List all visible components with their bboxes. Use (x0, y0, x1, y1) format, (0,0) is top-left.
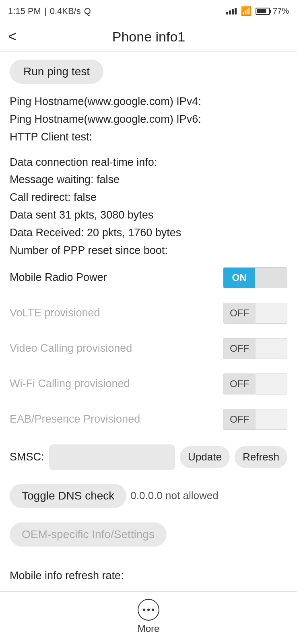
data-sent-row: Data sent 31 pkts, 3080 bytes (10, 207, 287, 224)
run-ping-button[interactable]: Run ping test (10, 60, 103, 84)
mobile-radio-off-side (255, 268, 287, 288)
smsc-label: SMSC: (10, 451, 44, 463)
mobile-radio-on-state[interactable]: ON (223, 268, 255, 288)
wifi-calling-off-state[interactable]: OFF (223, 374, 256, 394)
smsc-row: SMSC: Update Refresh (10, 437, 287, 477)
video-calling-empty (256, 339, 287, 359)
eab-off-state[interactable]: OFF (223, 409, 256, 429)
ppp-reset-row: Number of PPP reset since boot: (10, 242, 287, 259)
bottom-nav: More (0, 591, 297, 644)
divider-1 (10, 150, 287, 150)
mobile-radio-label: Mobile Radio Power (10, 271, 107, 284)
back-button[interactable]: < (8, 28, 16, 45)
battery-percent: 77% (273, 6, 289, 16)
wifi-calling-toggle[interactable]: OFF (223, 374, 287, 394)
status-left: 1:15 PM | 0.4KB/s Q (8, 6, 91, 17)
mobile-radio-toggle[interactable]: ON (223, 267, 287, 288)
toggle-dns-button[interactable]: Toggle DNS check (10, 484, 126, 508)
data-connection-row: Data connection real-time info: (10, 154, 287, 171)
smsc-input[interactable] (49, 444, 175, 470)
content-area: Run ping test Ping Hostname(www.google.c… (0, 52, 297, 563)
oem-row: OEM-specific Info/Settings (10, 514, 287, 555)
eab-empty (256, 409, 287, 429)
oem-button[interactable]: OEM-specific Info/Settings (10, 522, 167, 547)
eab-toggle-row: EAB/Presence Provisioned OFF (10, 402, 287, 437)
video-calling-off-state[interactable]: OFF (223, 339, 256, 359)
smsc-refresh-button[interactable]: Refresh (235, 446, 287, 468)
video-calling-toggle[interactable]: OFF (223, 338, 287, 359)
signal-icon (226, 8, 237, 14)
volte-toggle[interactable]: OFF (223, 303, 287, 324)
call-redirect-row: Call redirect: false (10, 189, 287, 206)
speed: 0.4KB/s (50, 6, 81, 17)
video-calling-label: Video Calling provisioned (10, 342, 132, 355)
mobile-radio-toggle-row: Mobile Radio Power ON (10, 260, 287, 295)
dns-note: 0.0.0.0 not allowed (130, 489, 218, 502)
bottom-section: Mobile info refresh rate: (0, 563, 297, 582)
volte-label: VoLTE provisioned (10, 307, 100, 319)
data-received-row: Data Received: 20 pkts, 1760 bytes (10, 225, 287, 242)
battery-icon: 77% (256, 6, 289, 16)
wifi-calling-label: Wi-Fi Calling provisioned (10, 378, 130, 390)
dns-row: Toggle DNS check 0.0.0.0 not allowed (10, 477, 287, 514)
page-title: Phone info1 (25, 29, 273, 45)
video-calling-toggle-row: Video Calling provisioned OFF (10, 331, 287, 366)
status-bar: 1:15 PM | 0.4KB/s Q 📶 77% (0, 0, 297, 22)
wifi-icon: 📶 (241, 6, 252, 17)
ping-ipv4-row: Ping Hostname(www.google.com) IPv4: (10, 93, 287, 110)
mobile-info-row: Mobile info refresh rate: (0, 570, 297, 582)
network-q-icon: Q (84, 6, 91, 17)
wifi-calling-empty (256, 374, 287, 394)
smsc-update-button[interactable]: Update (180, 446, 230, 468)
more-icon[interactable] (138, 599, 159, 621)
header: < Phone info1 (0, 22, 297, 52)
eab-toggle[interactable]: OFF (223, 409, 287, 430)
eab-label: EAB/Presence Provisioned (10, 413, 140, 425)
http-test-row: HTTP Client test: (10, 129, 287, 146)
time: 1:15 PM (8, 6, 41, 17)
more-label[interactable]: More (138, 623, 160, 634)
status-right: 📶 77% (226, 6, 289, 17)
volte-off-state[interactable]: OFF (223, 303, 256, 323)
more-dots-icon (143, 609, 154, 611)
separator: | (44, 6, 47, 17)
volte-toggle-row: VoLTE provisioned OFF (10, 295, 287, 331)
wifi-calling-toggle-row: Wi-Fi Calling provisioned OFF (10, 366, 287, 402)
message-waiting-row: Message waiting: false (10, 171, 287, 188)
ping-ipv6-row: Ping Hostname(www.google.com) IPv6: (10, 111, 287, 128)
volte-empty (256, 303, 287, 323)
